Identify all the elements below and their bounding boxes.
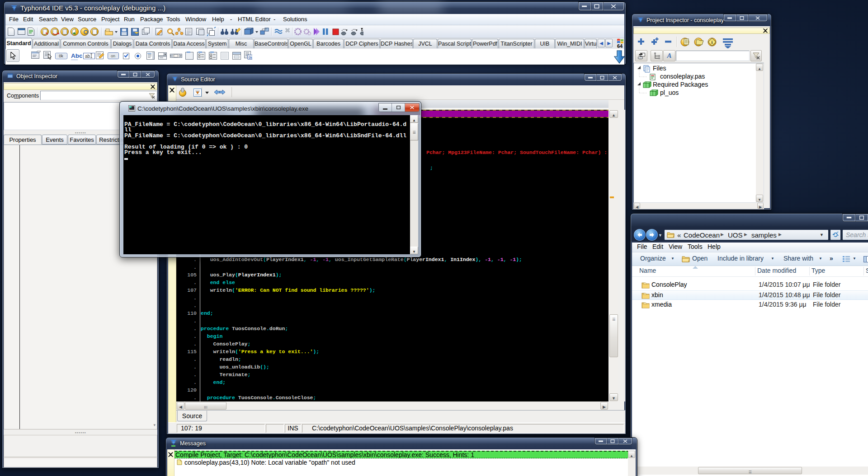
svg-text:i: i: [712, 40, 713, 45]
svg-text:0k: 0k: [59, 54, 63, 58]
svg-text:0k: 0k: [249, 56, 252, 60]
svg-text:ab: ab: [85, 54, 90, 59]
svg-text:on: on: [111, 54, 115, 58]
svg-text:__: __: [71, 54, 78, 61]
